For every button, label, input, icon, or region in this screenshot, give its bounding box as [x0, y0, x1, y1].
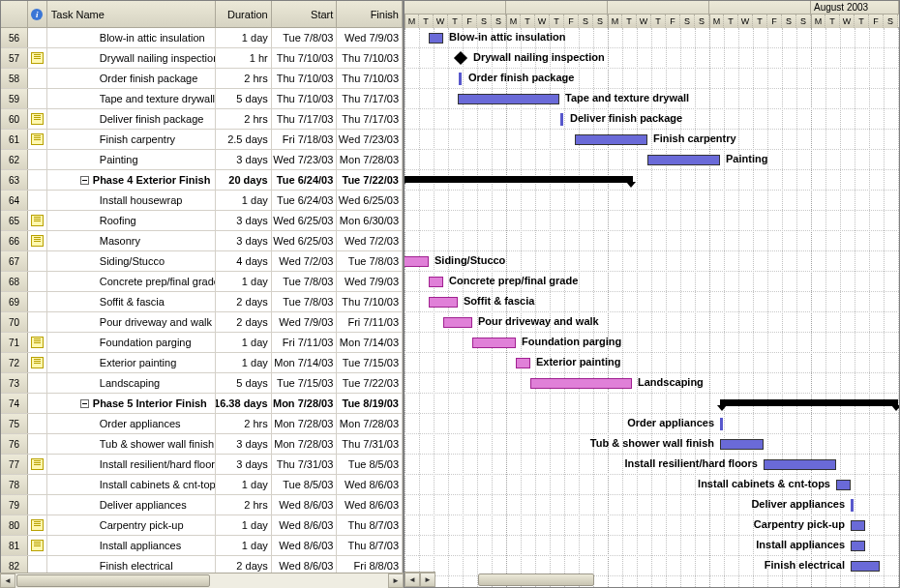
row-id[interactable]: 56 [1, 28, 28, 47]
scroll-thumb[interactable] [478, 573, 594, 586]
row-id[interactable]: 68 [1, 272, 28, 291]
duration-cell[interactable]: 2.5 days [216, 130, 272, 149]
task-bar[interactable] [851, 520, 865, 531]
gantt-body[interactable]: Blow-in attic insulationDrywall nailing … [405, 28, 899, 587]
start-cell[interactable]: Thu 7/10/03 [272, 89, 338, 108]
task-name-cell[interactable]: Install resilient/hard floors [47, 455, 216, 474]
start-cell[interactable]: Wed 8/6/03 [272, 536, 338, 555]
start-cell[interactable]: Wed 8/6/03 [272, 515, 338, 535]
task-bar[interactable] [851, 541, 865, 551]
task-name-cell[interactable]: Install appliances [47, 536, 216, 555]
start-cell[interactable]: Wed 6/25/03 [272, 231, 338, 250]
duration-cell[interactable]: 1 day [216, 475, 272, 494]
finish-cell[interactable]: Thu 7/10/03 [337, 69, 403, 88]
task-bar[interactable] [836, 480, 851, 490]
start-cell[interactable]: Thu 7/17/03 [272, 109, 338, 129]
finish-cell[interactable]: Thu 7/10/03 [337, 292, 403, 311]
table-row[interactable]: 65Roofing3 daysWed 6/25/03Mon 6/30/03 [1, 211, 403, 231]
start-cell[interactable]: Wed 7/2/03 [272, 251, 338, 271]
start-cell[interactable]: Thu 7/10/03 [272, 48, 338, 68]
duration-cell[interactable]: 3 days [216, 231, 272, 250]
collapse-icon[interactable] [80, 399, 89, 408]
scroll-right-icon[interactable]: ► [388, 573, 404, 588]
start-cell[interactable]: Mon 7/28/03 [272, 414, 338, 433]
finish-cell[interactable]: Mon 7/28/03 [337, 414, 403, 433]
duration-cell[interactable]: 1 day [216, 272, 272, 291]
task-name-cell[interactable]: Painting [47, 150, 216, 169]
table-row[interactable]: 56Blow-in attic insulation1 dayTue 7/8/0… [1, 28, 403, 48]
duration-cell[interactable]: 3 days [216, 434, 272, 454]
row-id[interactable]: 66 [1, 231, 28, 250]
row-id[interactable]: 80 [1, 515, 28, 535]
row-id[interactable]: 69 [1, 292, 28, 311]
start-cell[interactable]: Tue 7/8/03 [272, 28, 338, 47]
task-name-cell[interactable]: Pour driveway and walk [47, 312, 216, 332]
row-id[interactable]: 61 [1, 130, 28, 149]
row-id[interactable]: 57 [1, 48, 28, 68]
task-name-cell[interactable]: Install cabinets & cnt-tops [47, 475, 216, 494]
start-cell[interactable]: Thu 7/31/03 [272, 455, 338, 474]
start-cell[interactable]: Mon 7/28/03 [272, 434, 338, 454]
task-name-cell[interactable]: Tape and texture drywall [47, 89, 216, 108]
finish-cell[interactable]: Thu 8/7/03 [337, 536, 403, 555]
duration-cell[interactable]: 3 days [216, 150, 272, 169]
row-id[interactable]: 63 [1, 170, 28, 190]
table-row[interactable]: 80Carpentry pick-up1 dayWed 8/6/03Thu 8/… [1, 515, 403, 536]
table-row[interactable]: 76Tub & shower wall finish3 daysMon 7/28… [1, 434, 403, 455]
duration-cell[interactable]: 1 day [216, 353, 272, 372]
col-id-header[interactable] [1, 1, 28, 27]
table-row[interactable]: 74Phase 5 Interior Finish16.38 daysMon 7… [1, 394, 403, 414]
duration-cell[interactable]: 5 days [216, 373, 272, 393]
duration-cell[interactable]: 2 hrs [216, 69, 272, 88]
scroll-left-icon[interactable]: ◄ [405, 573, 420, 587]
row-id[interactable]: 70 [1, 312, 28, 332]
task-name-cell[interactable]: Finish carpentry [47, 130, 216, 149]
row-id[interactable]: 75 [1, 414, 28, 433]
row-id[interactable]: 76 [1, 434, 28, 454]
finish-cell[interactable]: Wed 7/9/03 [337, 272, 403, 291]
finish-cell[interactable]: Wed 7/23/03 [337, 130, 403, 149]
table-row[interactable]: 62Painting3 daysWed 7/23/03Mon 7/28/03 [1, 150, 403, 170]
table-row[interactable]: 75Order appliances2 hrsMon 7/28/03Mon 7/… [1, 414, 403, 434]
duration-cell[interactable]: 16.38 days [216, 394, 272, 413]
duration-cell[interactable]: 2 days [216, 292, 272, 311]
finish-cell[interactable]: Tue 7/22/03 [337, 373, 403, 393]
finish-cell[interactable]: Wed 8/6/03 [337, 495, 403, 514]
finish-cell[interactable]: Tue 7/15/03 [337, 353, 403, 372]
table-row[interactable]: 58Order finish package2 hrsThu 7/10/03Th… [1, 69, 403, 89]
finish-cell[interactable]: Wed 8/6/03 [337, 475, 403, 494]
table-row[interactable]: 70Pour driveway and walk2 daysWed 7/9/03… [1, 312, 403, 333]
collapse-icon[interactable] [80, 176, 89, 185]
start-cell[interactable]: Wed 6/25/03 [272, 211, 338, 230]
task-name-cell[interactable]: Phase 4 Exterior Finish [47, 170, 216, 190]
finish-cell[interactable]: Thu 8/7/03 [337, 515, 403, 535]
table-row[interactable]: 60Deliver finish package2 hrsThu 7/17/03… [1, 109, 403, 130]
task-bar[interactable] [516, 358, 530, 368]
duration-cell[interactable]: 5 days [216, 89, 272, 108]
finish-cell[interactable]: Mon 7/28/03 [337, 150, 403, 169]
col-duration-header[interactable]: Duration [216, 1, 272, 27]
finish-cell[interactable]: Tue 8/5/03 [337, 455, 403, 474]
finish-cell[interactable]: Thu 7/10/03 [337, 48, 403, 68]
start-cell[interactable]: Wed 8/6/03 [272, 495, 338, 514]
summary-bar[interactable] [405, 176, 633, 183]
row-id[interactable]: 81 [1, 536, 28, 555]
start-cell[interactable]: Wed 7/9/03 [272, 312, 338, 332]
finish-cell[interactable]: Mon 7/14/03 [337, 333, 403, 352]
task-name-cell[interactable]: Blow-in attic insulation [47, 28, 216, 47]
task-name-cell[interactable]: Drywall nailing inspection [47, 48, 216, 68]
table-row[interactable]: 64Install housewrap1 dayTue 6/24/03Wed 6… [1, 191, 403, 211]
task-bar[interactable] [720, 439, 764, 450]
col-finish-header[interactable]: Finish [337, 1, 403, 27]
finish-cell[interactable]: Mon 6/30/03 [337, 211, 403, 230]
row-id[interactable]: 62 [1, 150, 28, 169]
start-cell[interactable]: Fri 7/11/03 [272, 333, 338, 352]
row-id[interactable]: 58 [1, 69, 28, 88]
start-cell[interactable]: Mon 7/14/03 [272, 353, 338, 372]
finish-cell[interactable]: Wed 6/25/03 [337, 191, 403, 210]
start-cell[interactable]: Tue 6/24/03 [272, 191, 338, 210]
finish-cell[interactable]: Tue 7/8/03 [337, 251, 403, 271]
table-row[interactable]: 68Concrete prep/final grade1 dayTue 7/8/… [1, 272, 403, 292]
row-id[interactable]: 67 [1, 251, 28, 271]
row-id[interactable]: 77 [1, 455, 28, 474]
